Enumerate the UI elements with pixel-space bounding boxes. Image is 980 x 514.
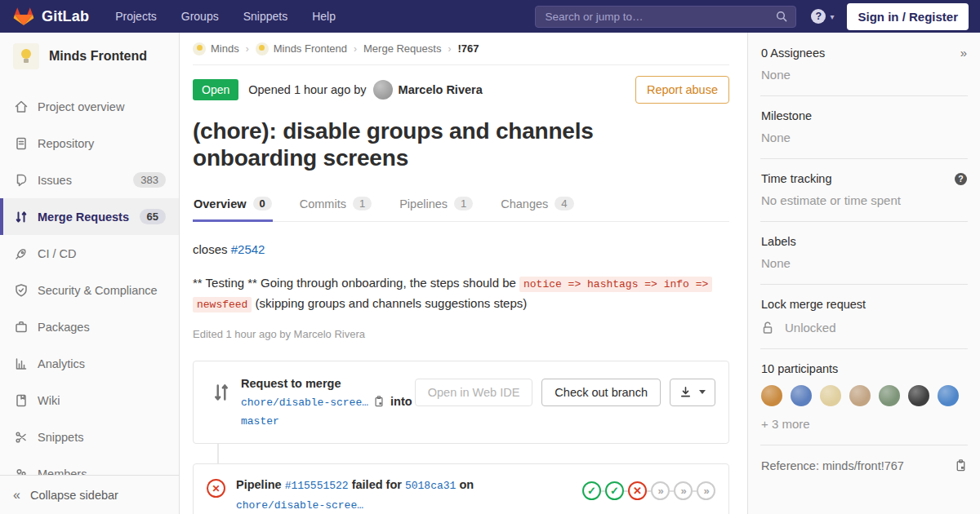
tab-commits-count: 1 (353, 197, 372, 210)
sidebar-item-wiki[interactable]: Wiki (0, 382, 179, 419)
sidebar-item-repository[interactable]: Repository (0, 125, 179, 162)
inline-code: notice => hashtags => info => (519, 277, 712, 292)
global-search[interactable] (535, 6, 796, 28)
collapse-sidebar-button[interactable]: « Collapse sidebar (0, 475, 179, 514)
pipeline-stage-icon[interactable]: ✓ (582, 481, 601, 500)
reference-block: Reference: minds/front!767 (760, 445, 968, 486)
lock-title: Lock merge request (761, 298, 866, 311)
repository-icon (13, 135, 29, 151)
pipeline-number-link[interactable]: #115551522 (285, 480, 349, 492)
mr-title: (chore): disable groups and channels onb… (193, 117, 683, 171)
participant-avatar[interactable] (938, 385, 959, 406)
report-abuse-button[interactable]: Report abuse (635, 76, 729, 104)
checkout-branch-button[interactable]: Check out branch (541, 379, 661, 406)
milestone-title[interactable]: Milestone (761, 109, 812, 122)
author-name[interactable]: Marcelo Rivera (399, 83, 483, 96)
status-badge: Open (193, 79, 238, 100)
download-dropdown-button[interactable] (670, 379, 715, 406)
labels-block: Labels None (760, 222, 968, 285)
tab-changes[interactable]: Changes 4 (500, 188, 574, 221)
pipeline-stage-icon[interactable]: ✕ (628, 481, 647, 500)
mr-tabs: Overview 0 Commits 1 Pipelines 1 Changes… (193, 188, 729, 222)
participants-title: 10 participants (761, 362, 838, 375)
sidebar-item-issues[interactable]: Issues 383 (0, 162, 179, 198)
nav-snippets[interactable]: Snippets (243, 10, 287, 23)
angle-double-left-icon: « (13, 488, 20, 503)
sidebar-item-snippets[interactable]: Snippets (0, 419, 179, 455)
sign-in-register-button[interactable]: Sign in / Register (847, 3, 969, 30)
sidebar-item-security-compliance[interactable]: Security & Compliance (0, 272, 179, 308)
breadcrumb-separator: › (448, 43, 451, 55)
search-input[interactable] (543, 10, 775, 24)
tab-pipelines[interactable]: Pipelines 1 (399, 188, 474, 221)
mr-status-row: Open Opened 1 hour ago by Marcelo Rivera… (193, 76, 729, 104)
pipeline-stage-icon[interactable]: » (674, 481, 693, 500)
participant-avatar[interactable] (820, 385, 841, 406)
breadcrumb-minds[interactable]: Minds (193, 42, 239, 55)
lightbulb-icon (21, 49, 31, 59)
nav-projects[interactable]: Projects (115, 10, 157, 23)
tab-changes-count: 4 (555, 197, 573, 210)
labels-title[interactable]: Labels (761, 235, 796, 248)
nav-help[interactable]: Help (312, 10, 336, 23)
tab-overview[interactable]: Overview 0 (193, 188, 273, 221)
help-menu[interactable]: ? ▾ (811, 9, 834, 24)
sidebar-item-ci-cd[interactable]: CI / CD (0, 235, 179, 272)
open-web-ide-button[interactable]: Open in Web IDE (415, 379, 533, 406)
book-icon (13, 392, 29, 408)
tab-commits[interactable]: Commits 1 (299, 188, 372, 221)
lock-value: Unlocked (785, 321, 836, 335)
pipeline-stage-icon[interactable]: ✓ (605, 481, 624, 500)
breadcrumb-merge-requests[interactable]: Merge Requests (363, 42, 441, 55)
sidebar-item-packages[interactable]: Packages (0, 308, 179, 345)
pipeline-stage-icon[interactable]: » (697, 481, 715, 500)
tab-pipelines-count: 1 (454, 197, 473, 210)
reference-text: Reference: minds/front!767 (761, 459, 904, 472)
tab-overview-count: 0 (253, 197, 272, 210)
timeline-connector (217, 444, 219, 463)
milestone-block: Milestone None (760, 96, 968, 159)
labels-value: None (761, 256, 967, 270)
pipeline-stage-icon[interactable]: » (651, 481, 670, 500)
copy-branch-icon[interactable] (373, 395, 385, 408)
gitlab-logo[interactable]: GitLab (0, 7, 97, 27)
breadcrumb-separator: › (246, 43, 249, 55)
participant-avatar[interactable] (791, 385, 812, 406)
project-header[interactable]: Minds Frontend (0, 33, 179, 78)
source-branch-link[interactable]: chore/disable-scree… (241, 397, 368, 409)
participants-more-link[interactable]: + 3 more (761, 417, 967, 431)
top-navbar: GitLab Projects Groups Snippets Help ? ▾… (0, 0, 980, 33)
closes-line: closes #2542 (193, 242, 729, 256)
pipeline-branch-link[interactable]: chore/disable-scree… (236, 499, 363, 512)
participant-avatar[interactable] (849, 385, 871, 406)
sidebar-item-analytics[interactable]: Analytics (0, 345, 179, 382)
copy-reference-icon[interactable] (955, 459, 967, 472)
primary-nav: Projects Groups Snippets Help (115, 10, 336, 23)
inline-code: newsfeed (193, 297, 252, 312)
commit-sha-link[interactable]: 5018ca31 (405, 480, 456, 492)
angle-double-right-icon[interactable]: » (960, 46, 967, 60)
edited-note: Edited 1 hour ago by Marcelo Rivera (193, 328, 729, 340)
pipeline-failed-icon[interactable]: ✕ (207, 479, 225, 498)
merge-request-icon (13, 209, 29, 224)
sidebar-item-project-overview[interactable]: Project overview (0, 88, 179, 125)
caret-down-icon (699, 390, 706, 394)
target-branch-link[interactable]: master (241, 415, 279, 428)
issue-link[interactable]: #2542 (231, 242, 265, 256)
merge-request-widget: Request to merge chore/disable-scree…int… (193, 361, 729, 445)
opened-text: Opened 1 hour ago by (248, 83, 366, 96)
participant-avatar[interactable] (761, 385, 782, 406)
sidebar-item-merge-requests[interactable]: Merge Requests 65 (0, 198, 179, 235)
nav-groups[interactable]: Groups (181, 10, 219, 23)
author-avatar[interactable] (373, 80, 393, 100)
lock-block: Lock merge request Unlocked (760, 285, 968, 349)
assignees-title[interactable]: 0 Assignees (761, 47, 825, 60)
brand-name: GitLab (42, 8, 89, 25)
time-tracking-help-icon[interactable]: ? (955, 173, 967, 185)
participant-avatar[interactable] (908, 385, 929, 406)
breadcrumb-minds-frontend[interactable]: Minds Frontend (256, 42, 347, 55)
time-tracking-value: No estimate or time spent (761, 193, 967, 207)
participant-avatar[interactable] (879, 385, 900, 406)
scissors-icon (13, 429, 29, 445)
assignees-block: 0 Assignees » None (760, 33, 968, 96)
